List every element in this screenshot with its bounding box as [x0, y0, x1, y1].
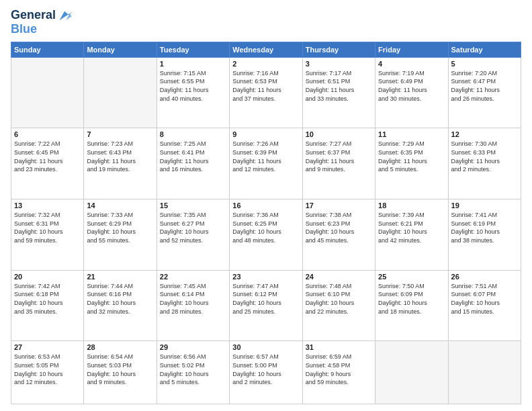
day-cell: 9Sunrise: 7:26 AM Sunset: 6:39 PM Daylig…: [230, 128, 302, 199]
day-number: 22: [160, 273, 226, 281]
day-number: 29: [160, 343, 226, 351]
day-cell: 10Sunrise: 7:27 AM Sunset: 6:37 PM Dayli…: [302, 128, 375, 199]
weekday-sunday: Sunday: [11, 42, 84, 57]
day-cell: 18Sunrise: 7:39 AM Sunset: 6:21 PM Dayli…: [375, 199, 448, 271]
weekday-friday: Friday: [375, 42, 448, 57]
day-info: Sunrise: 7:45 AM Sunset: 6:14 PM Dayligh…: [160, 282, 226, 316]
weekday-saturday: Saturday: [448, 42, 521, 57]
day-info: Sunrise: 7:15 AM Sunset: 6:55 PM Dayligh…: [160, 69, 226, 103]
weekday-header-row: SundayMondayTuesdayWednesdayThursdayFrid…: [11, 42, 521, 57]
day-info: Sunrise: 7:42 AM Sunset: 6:18 PM Dayligh…: [14, 282, 81, 316]
day-number: 17: [306, 201, 372, 210]
day-cell: 17Sunrise: 7:38 AM Sunset: 6:23 PM Dayli…: [302, 199, 375, 271]
week-row-4: 20Sunrise: 7:42 AM Sunset: 6:18 PM Dayli…: [11, 270, 521, 341]
day-number: 23: [232, 273, 299, 281]
calendar-table: SundayMondayTuesdayWednesdayThursdayFrid…: [11, 42, 521, 404]
day-info: Sunrise: 7:48 AM Sunset: 6:10 PM Dayligh…: [306, 282, 372, 316]
day-cell: 25Sunrise: 7:50 AM Sunset: 6:09 PM Dayli…: [375, 270, 448, 341]
day-cell: 14Sunrise: 7:33 AM Sunset: 6:29 PM Dayli…: [84, 199, 157, 271]
day-cell: 12Sunrise: 7:30 AM Sunset: 6:33 PM Dayli…: [448, 128, 521, 199]
day-cell: 8Sunrise: 7:25 AM Sunset: 6:41 PM Daylig…: [157, 128, 229, 199]
day-info: Sunrise: 7:22 AM Sunset: 6:45 PM Dayligh…: [14, 140, 81, 173]
logo-text: General: [11, 9, 56, 22]
day-cell: 1Sunrise: 7:15 AM Sunset: 6:55 PM Daylig…: [157, 57, 229, 128]
day-number: 30: [232, 343, 299, 351]
week-row-5: 27Sunrise: 6:53 AM Sunset: 5:05 PM Dayli…: [11, 341, 521, 404]
logo: General Blue: [11, 8, 72, 36]
day-info: Sunrise: 6:56 AM Sunset: 5:02 PM Dayligh…: [160, 353, 226, 386]
day-info: Sunrise: 7:32 AM Sunset: 6:31 PM Dayligh…: [14, 211, 81, 244]
weekday-monday: Monday: [84, 42, 157, 57]
day-number: 16: [232, 201, 299, 210]
day-number: 26: [451, 273, 518, 281]
day-number: 24: [306, 273, 372, 281]
day-cell: 23Sunrise: 7:47 AM Sunset: 6:12 PM Dayli…: [230, 270, 302, 341]
day-cell: 29Sunrise: 6:56 AM Sunset: 5:02 PM Dayli…: [157, 341, 229, 404]
day-info: Sunrise: 7:29 AM Sunset: 6:35 PM Dayligh…: [378, 140, 445, 173]
day-cell: 6Sunrise: 7:22 AM Sunset: 6:45 PM Daylig…: [11, 128, 84, 199]
day-number: 19: [451, 201, 518, 210]
day-number: 6: [14, 130, 81, 138]
day-cell: 3Sunrise: 7:17 AM Sunset: 6:51 PM Daylig…: [302, 57, 375, 128]
day-info: Sunrise: 7:30 AM Sunset: 6:33 PM Dayligh…: [451, 140, 518, 173]
day-info: Sunrise: 7:23 AM Sunset: 6:43 PM Dayligh…: [87, 140, 153, 173]
day-info: Sunrise: 7:35 AM Sunset: 6:27 PM Dayligh…: [160, 211, 226, 244]
day-info: Sunrise: 7:36 AM Sunset: 6:25 PM Dayligh…: [232, 211, 299, 244]
day-number: 3: [306, 60, 372, 68]
day-cell: 4Sunrise: 7:19 AM Sunset: 6:49 PM Daylig…: [375, 57, 448, 128]
day-number: 13: [14, 201, 81, 210]
day-cell: 27Sunrise: 6:53 AM Sunset: 5:05 PM Dayli…: [11, 341, 84, 404]
day-info: Sunrise: 6:53 AM Sunset: 5:05 PM Dayligh…: [14, 353, 81, 386]
day-info: Sunrise: 7:25 AM Sunset: 6:41 PM Dayligh…: [160, 140, 226, 173]
day-number: 31: [306, 343, 372, 351]
logo-icon: [57, 8, 72, 23]
day-cell: 21Sunrise: 7:44 AM Sunset: 6:16 PM Dayli…: [84, 270, 157, 341]
day-info: Sunrise: 7:50 AM Sunset: 6:09 PM Dayligh…: [378, 282, 445, 316]
day-number: 9: [232, 130, 299, 138]
day-info: Sunrise: 7:20 AM Sunset: 6:47 PM Dayligh…: [451, 69, 518, 103]
day-cell: 16Sunrise: 7:36 AM Sunset: 6:25 PM Dayli…: [230, 199, 302, 271]
day-info: Sunrise: 7:16 AM Sunset: 6:53 PM Dayligh…: [232, 69, 299, 103]
day-info: Sunrise: 7:51 AM Sunset: 6:07 PM Dayligh…: [451, 282, 518, 316]
day-info: Sunrise: 7:17 AM Sunset: 6:51 PM Dayligh…: [306, 69, 372, 103]
day-cell: 31Sunrise: 6:59 AM Sunset: 4:58 PM Dayli…: [302, 341, 375, 404]
day-info: Sunrise: 7:26 AM Sunset: 6:39 PM Dayligh…: [232, 140, 299, 173]
header: General Blue: [11, 8, 521, 36]
day-number: 25: [378, 273, 445, 281]
day-cell: [11, 57, 84, 128]
day-number: 5: [451, 60, 518, 68]
weekday-wednesday: Wednesday: [230, 42, 302, 57]
day-number: 8: [160, 130, 226, 138]
day-number: 4: [378, 60, 445, 68]
week-row-1: 1Sunrise: 7:15 AM Sunset: 6:55 PM Daylig…: [11, 57, 521, 128]
day-number: 20: [14, 273, 81, 281]
day-number: 18: [378, 201, 445, 210]
day-info: Sunrise: 7:27 AM Sunset: 6:37 PM Dayligh…: [306, 140, 372, 173]
day-number: 21: [87, 273, 153, 281]
week-row-2: 6Sunrise: 7:22 AM Sunset: 6:45 PM Daylig…: [11, 128, 521, 199]
day-number: 1: [160, 60, 226, 68]
day-cell: 13Sunrise: 7:32 AM Sunset: 6:31 PM Dayli…: [11, 199, 84, 271]
day-info: Sunrise: 6:57 AM Sunset: 5:00 PM Dayligh…: [232, 353, 299, 386]
day-number: 27: [14, 343, 81, 351]
week-row-3: 13Sunrise: 7:32 AM Sunset: 6:31 PM Dayli…: [11, 199, 521, 271]
day-cell: 30Sunrise: 6:57 AM Sunset: 5:00 PM Dayli…: [230, 341, 302, 404]
day-info: Sunrise: 7:47 AM Sunset: 6:12 PM Dayligh…: [232, 282, 299, 316]
day-cell: 2Sunrise: 7:16 AM Sunset: 6:53 PM Daylig…: [230, 57, 302, 128]
day-info: Sunrise: 7:39 AM Sunset: 6:21 PM Dayligh…: [378, 211, 445, 244]
day-info: Sunrise: 6:54 AM Sunset: 5:03 PM Dayligh…: [87, 353, 153, 386]
day-number: 2: [232, 60, 299, 68]
day-cell: [84, 57, 157, 128]
day-cell: [375, 341, 448, 404]
day-info: Sunrise: 7:41 AM Sunset: 6:19 PM Dayligh…: [451, 211, 518, 244]
day-cell: 24Sunrise: 7:48 AM Sunset: 6:10 PM Dayli…: [302, 270, 375, 341]
day-number: 11: [378, 130, 445, 138]
day-cell: 11Sunrise: 7:29 AM Sunset: 6:35 PM Dayli…: [375, 128, 448, 199]
weekday-tuesday: Tuesday: [157, 42, 229, 57]
day-info: Sunrise: 7:19 AM Sunset: 6:49 PM Dayligh…: [378, 69, 445, 103]
page: General Blue SundayMondayTuesdayWednesda…: [0, 0, 532, 411]
day-cell: [448, 341, 521, 404]
day-cell: 5Sunrise: 7:20 AM Sunset: 6:47 PM Daylig…: [448, 57, 521, 128]
day-number: 14: [87, 201, 153, 210]
day-cell: 20Sunrise: 7:42 AM Sunset: 6:18 PM Dayli…: [11, 270, 84, 341]
